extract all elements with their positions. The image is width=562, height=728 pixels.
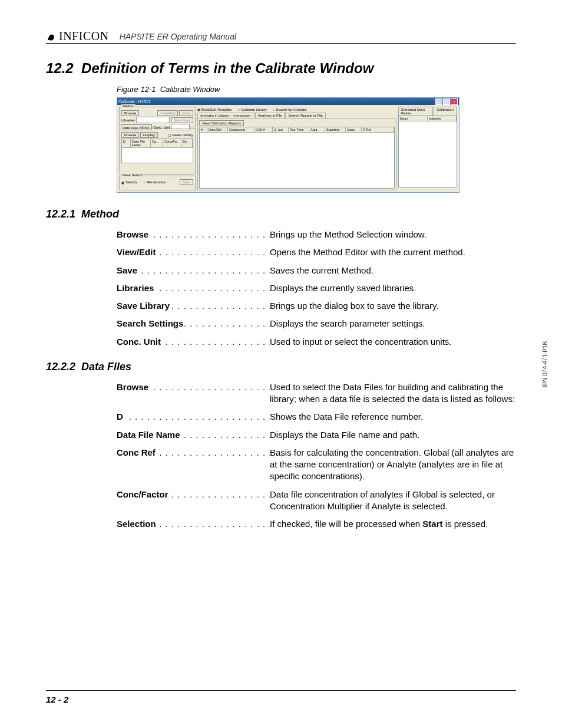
def-save: SaveSaves the current Method.	[117, 265, 516, 276]
peak-search-group: Peak Search ◉ Search ○ Recalculate Start	[119, 176, 196, 190]
close-icon[interactable]: ×	[451, 98, 458, 105]
datafiles-table[interactable]: D Data File Name Co.. Conc/Fa.. Se..	[121, 139, 193, 163]
tab-search-results[interactable]: Search Results in File	[285, 113, 325, 118]
search-radio[interactable]: ◉	[121, 180, 124, 185]
manual-title: HAPSITE ER Operating Manual	[120, 32, 516, 44]
subsection-datafiles: 12.2.2 Data Files	[46, 361, 516, 373]
page-number: 12 - 2	[46, 694, 68, 704]
maximize-icon[interactable]: □	[443, 98, 450, 105]
tab-analytes-library[interactable]: Analytes in Library - <unnamed>	[197, 113, 254, 118]
start-button[interactable]: Start	[180, 179, 193, 185]
search-analytes-radio[interactable]: ○	[273, 108, 275, 111]
df-browse-button[interactable]: Browse	[121, 132, 139, 138]
build-template-radio[interactable]: ◉	[197, 107, 200, 111]
calibrate-window-screenshot: Calibrate : H1011 _ □ × Method Browse Vi…	[117, 97, 459, 193]
def-concunit: Conc. UnitUsed to input or select the co…	[117, 336, 516, 348]
page-footer: 12 - 2	[46, 690, 516, 704]
def-browse: BrowseBrings up the Method Selection win…	[117, 229, 516, 241]
peaks-table[interactable]: Mass Intensity	[398, 116, 457, 187]
def-df-concfactor: Conc/FactorData file concentration of an…	[117, 489, 516, 513]
brand-text: INFICON	[59, 29, 109, 43]
subsection-method: 12.2.1 Method	[46, 208, 516, 220]
browse-button[interactable]: Browse	[121, 110, 139, 116]
def-df-concref: Conc RefBasis for calculating the concen…	[117, 447, 516, 483]
def-df-d: DShows the Data File reference number.	[117, 411, 516, 423]
calibrate-library-radio[interactable]: ○	[237, 108, 240, 111]
minimize-icon[interactable]: _	[435, 98, 442, 105]
recalculate-radio[interactable]: ○	[144, 180, 146, 184]
def-df-name: Data File NameDisplays the Data File nam…	[117, 429, 516, 441]
datafiles-group: Data Files Browse Display ☐ Reset Librar…	[119, 129, 196, 174]
brand-logo: INFICON	[46, 29, 109, 43]
page-header: INFICON HAPSITE ER Operating Manual	[46, 29, 516, 44]
df-display-button[interactable]: Display	[140, 132, 158, 138]
method-group: Method Browse View/Edit Save Libraries S…	[119, 107, 196, 127]
window-title: Calibrate : H1011	[118, 100, 150, 104]
method-definitions: BrowseBrings up the Method Selection win…	[117, 229, 516, 348]
ipn-label: IPN 074-471-P1B	[542, 341, 548, 387]
def-searchsettings: Search SettingsDisplays the search param…	[117, 318, 516, 330]
window-titlebar: Calibrate : H1011 _ □ ×	[117, 98, 459, 105]
save-button[interactable]: Save	[179, 110, 193, 116]
tab-extracted-peaks[interactable]: Extracted Main Peaks	[398, 107, 433, 116]
def-df-selection: SelectionIf checked, file will be proces…	[117, 518, 516, 530]
logo-icon	[46, 31, 57, 42]
def-libraries: LibrariesDisplays the currently saved li…	[117, 282, 516, 294]
figure-caption: Figure 12-1 Calibrate Window	[117, 85, 516, 94]
reset-library-checkbox[interactable]: ☐	[168, 133, 171, 137]
section-heading: 12.2 Definition of Terms in the Calibrat…	[46, 60, 516, 77]
def-df-browse: BrowseUsed to select the Data Files for …	[117, 381, 516, 406]
savelib-button[interactable]: Save Library	[171, 117, 193, 123]
view-cal-reports-button[interactable]: View Calibration Reports	[199, 120, 244, 126]
tab-analytes-file[interactable]: Analytes in File	[255, 113, 285, 118]
analytes-table[interactable]: # Data Ref Compound CAS # Q. Ion Ret. Ti…	[199, 127, 395, 189]
libraries-dropdown[interactable]	[136, 117, 170, 123]
viewedit-button[interactable]: View/Edit	[157, 110, 178, 116]
def-viewedit: View/EditOpens the Method Editor with th…	[117, 246, 516, 258]
def-savelibrary: Save LibraryBrings up the dialog box to …	[117, 300, 516, 312]
datafiles-definitions: BrowseUsed to select the Data Files for …	[117, 381, 516, 531]
tab-calibration[interactable]: Calibration	[434, 107, 457, 116]
